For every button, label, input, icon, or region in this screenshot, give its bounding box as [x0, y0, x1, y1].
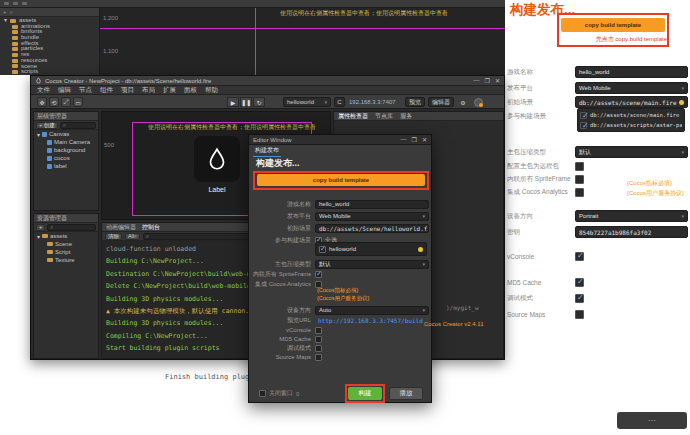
scene-checkbox[interactable] — [319, 246, 326, 253]
plus-icon[interactable]: + — [3, 9, 7, 15]
start-scene-input[interactable]: db://assets/Scene/helloworld.fire — [315, 224, 429, 233]
create-node-button[interactable]: + 创建 — [36, 122, 58, 129]
node-background[interactable]: background — [34, 146, 98, 154]
rect-tool-icon[interactable]: ▭ — [73, 97, 83, 107]
assets-search-input[interactable]: ⌕ — [47, 224, 96, 231]
preview-button[interactable]: 预览 — [405, 97, 425, 107]
md5-cache-checkbox[interactable] — [575, 278, 584, 287]
hierarchy-search-input[interactable]: ⌕ — [60, 122, 96, 129]
search-icon[interactable]: ⌕ — [10, 9, 13, 16]
analytics-link-2[interactable]: {Cocos用户服务协议} — [317, 295, 369, 302]
dialog-titlebar[interactable]: Editor Window — ❐ ✕ — [249, 135, 431, 145]
menu-component[interactable]: 组件 — [100, 86, 113, 95]
tab-inspector[interactable]: 属性检查器 — [338, 112, 368, 121]
play-button[interactable]: 播放 — [389, 387, 423, 400]
scene-list[interactable]: helloworld — [315, 242, 427, 256]
menu-project[interactable]: 项目 — [121, 86, 134, 95]
locate-icon[interactable] — [679, 100, 684, 105]
maximize-button[interactable]: ❐ — [485, 77, 490, 84]
vconsole-checkbox[interactable] — [315, 327, 322, 334]
remote-bundle-checkbox[interactable] — [575, 162, 584, 171]
locate-icon[interactable] — [418, 247, 423, 252]
tab-animation-editor[interactable]: 动画编辑器 — [106, 223, 136, 232]
start-scene-input[interactable]: db://assets/scene/main.fire — [575, 96, 688, 108]
step-button[interactable]: ↻ — [253, 97, 265, 107]
minimize-button[interactable]: — — [474, 77, 480, 84]
analytics-link-2[interactable]: {Cocos用户服务协议} — [627, 189, 684, 198]
scale-tool-icon[interactable]: ⤢ — [61, 97, 71, 107]
asset-root[interactable]: ▾ assets — [34, 232, 98, 240]
analytics-checkbox[interactable] — [575, 188, 584, 197]
platform-select[interactable]: Web Mobile ▾ — [315, 212, 429, 221]
gear-icon[interactable]: ⚙ — [458, 97, 468, 107]
menu-help[interactable]: 帮助 — [205, 86, 218, 95]
menu-edit[interactable]: 编辑 — [58, 86, 71, 95]
compress-select[interactable]: 默认 ▾ — [575, 146, 688, 158]
menu-layout[interactable]: 布局 — [142, 86, 155, 95]
inline-spriteframe-checkbox[interactable] — [575, 175, 584, 184]
minimize-button[interactable]: — — [401, 136, 407, 143]
clear-console-button[interactable]: 清除 — [105, 233, 122, 240]
cocos-sprite[interactable] — [194, 136, 240, 182]
inline-spriteframe-checkbox[interactable] — [315, 271, 322, 278]
tab-console[interactable]: 控制台 — [142, 223, 160, 232]
node-main-camera[interactable]: Main Camera — [34, 138, 98, 146]
node-label[interactable]: label — [34, 162, 98, 170]
source-maps-checkbox[interactable] — [315, 354, 322, 361]
scene-checkbox[interactable] — [580, 122, 587, 129]
menu-node[interactable]: 节点 — [79, 86, 92, 95]
close-button[interactable]: ✕ — [422, 136, 427, 143]
scene-list[interactable]: db://assets/scene/main.fire db://assets/… — [577, 108, 685, 132]
tab-services[interactable]: 服务 — [400, 112, 412, 121]
play-button[interactable]: ▶ — [227, 97, 239, 107]
asset-scene[interactable]: Scene — [34, 240, 98, 248]
preview-ip-text[interactable]: 192.168.3.3:7407 — [349, 99, 396, 105]
menu-file[interactable]: 文件 — [37, 86, 50, 95]
node-canvas[interactable]: ▾ Canvas — [34, 130, 98, 138]
close-button[interactable]: ✕ — [495, 77, 500, 84]
chevron-down-icon: ▾ — [134, 233, 137, 239]
node-cocos[interactable]: cocos — [34, 154, 98, 162]
pause-button[interactable]: ❚❚ — [240, 97, 252, 107]
vconsole-checkbox[interactable] — [575, 252, 584, 261]
asset-texture[interactable]: Texture — [34, 256, 98, 264]
avatar[interactable] — [474, 98, 483, 107]
move-tool-icon[interactable]: ✥ — [37, 97, 47, 107]
cocos-logo-icon — [35, 77, 42, 84]
source-maps-checkbox[interactable] — [575, 310, 584, 319]
debug-mode-checkbox[interactable] — [575, 294, 584, 303]
tab-build[interactable]: 构建发布 — [253, 146, 281, 157]
debug-mode-checkbox[interactable] — [315, 345, 322, 352]
add-asset-button[interactable]: + — [36, 224, 45, 231]
open-editor-button[interactable]: 编辑器 — [428, 97, 454, 107]
scene-select[interactable]: helloworld ▾ — [283, 97, 331, 107]
window-titlebar[interactable]: Cocos Creator - NewProject - db://assets… — [31, 76, 504, 86]
maximize-button[interactable]: ❐ — [412, 136, 417, 143]
image-overlay-badge[interactable]: ··· — [617, 412, 687, 429]
tab-node-library[interactable]: 节点库 — [375, 112, 393, 121]
close-window-checkbox[interactable] — [259, 390, 266, 397]
game-name-input[interactable]: hello_world — [315, 200, 429, 209]
preview-url-link[interactable]: http://192.168.3.3:7457/build — [315, 316, 429, 325]
rotate-tool-icon[interactable]: ⟲ — [49, 97, 59, 107]
log-level-select[interactable]: All ▾ — [125, 233, 140, 240]
menu-panel[interactable]: 面板 — [184, 86, 197, 95]
refresh-button[interactable]: C — [334, 97, 345, 107]
scene-row[interactable]: db://assets/scripts/astar-path-find.fire — [580, 122, 682, 129]
asset-script[interactable]: Script — [34, 248, 98, 256]
scene-checkbox[interactable] — [580, 112, 587, 119]
label-node-text[interactable]: Label — [194, 186, 240, 193]
game-name-input[interactable]: hello_world — [575, 66, 688, 78]
md5-cache-checkbox[interactable] — [315, 336, 322, 343]
analytics-link-1[interactable]: {Cocos指标必填} — [627, 179, 672, 188]
hierarchy-tab[interactable]: 层级管理器 — [34, 112, 98, 121]
assets-tab[interactable]: 资源管理器 — [34, 214, 98, 223]
orientation-select[interactable]: Auto ▾ — [315, 306, 429, 315]
secret-key-input[interactable]: 854b7227a1b986fa3f02 — [575, 226, 688, 238]
platform-select[interactable]: Web Mobile ▾ — [575, 82, 688, 94]
scene-row[interactable]: db://assets/scene/main.fire — [580, 112, 682, 119]
orientation-select[interactable]: Portrait ▾ — [575, 210, 688, 222]
menu-extension[interactable]: 扩展 — [163, 86, 176, 95]
analytics-link-1[interactable]: {Cocos指标必填} — [317, 287, 358, 294]
compress-select[interactable]: 默认 ▾ — [315, 260, 429, 269]
